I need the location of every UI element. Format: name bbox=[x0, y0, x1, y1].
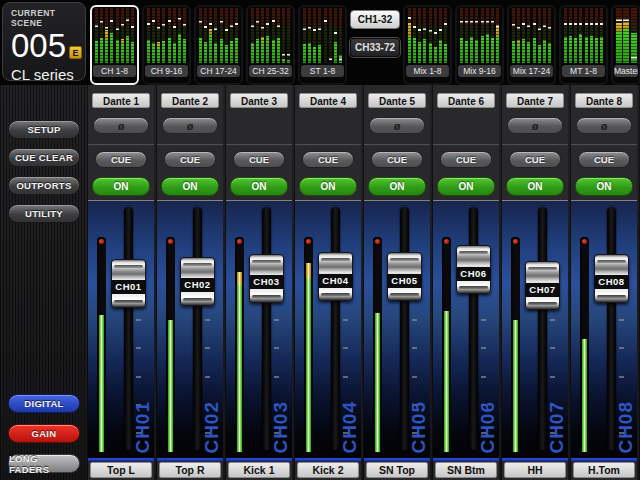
phase-button[interactable]: ø bbox=[162, 117, 218, 134]
meter-segments bbox=[616, 8, 622, 63]
phase-button[interactable]: ø bbox=[369, 117, 425, 134]
channel-name[interactable]: Kick 1 bbox=[228, 462, 290, 478]
fader-cap[interactable]: CH07 bbox=[525, 261, 560, 310]
fader-cap[interactable]: CH06 bbox=[456, 245, 491, 294]
port-label[interactable]: Dante 6 bbox=[437, 93, 495, 108]
fader-cap[interactable]: CH08 bbox=[594, 254, 629, 303]
phase-button[interactable]: ø bbox=[507, 117, 563, 134]
cue-button[interactable]: CUE bbox=[371, 151, 423, 168]
cue-button[interactable]: CUE bbox=[95, 151, 147, 168]
on-button[interactable]: ON bbox=[506, 177, 564, 196]
sidebar-button-outports[interactable]: OUTPORTS bbox=[8, 176, 80, 195]
layer-button-ch1-32[interactable]: CH1-32 bbox=[350, 10, 400, 29]
fader-scale-tick bbox=[412, 376, 417, 378]
meter-block-ch-25-32[interactable]: CH 25-32 bbox=[246, 5, 295, 85]
phase-button[interactable]: ø bbox=[576, 117, 632, 134]
sidebar-button-gain[interactable]: GAIN bbox=[8, 424, 80, 443]
channel-name[interactable]: H.Tom bbox=[573, 462, 635, 478]
meter-block-master[interactable]: Master bbox=[611, 5, 640, 85]
meter-segments bbox=[178, 8, 181, 63]
meter-block-ch-9-16[interactable]: CH 9-16 bbox=[142, 5, 191, 85]
on-button[interactable]: ON bbox=[299, 177, 357, 196]
console-model: CL series bbox=[11, 66, 85, 83]
cue-button[interactable]: CUE bbox=[164, 151, 216, 168]
port-label[interactable]: Dante 1 bbox=[92, 93, 150, 108]
meter-segments bbox=[303, 8, 306, 63]
level-meter bbox=[580, 237, 589, 454]
channel-name[interactable]: SN Top bbox=[366, 462, 428, 478]
sidebar-button-cue-clear[interactable]: CUE CLEAR bbox=[8, 148, 80, 167]
meter-segments bbox=[486, 8, 489, 63]
channel-color-bar bbox=[571, 458, 637, 461]
port-label[interactable]: Dante 8 bbox=[575, 93, 633, 108]
on-button[interactable]: ON bbox=[92, 177, 150, 196]
mini-meter bbox=[152, 8, 155, 63]
meter-blocks-output: Mix 1-8Mix 9-16Mix 17-24MT 1-8Master bbox=[403, 5, 640, 85]
meter-block-mix-9-16[interactable]: Mix 9-16 bbox=[455, 5, 504, 85]
scene-panel[interactable]: CURRENT SCENE 005 E CL series bbox=[2, 2, 86, 81]
port-label[interactable]: Dante 4 bbox=[299, 93, 357, 108]
level-meter bbox=[97, 237, 106, 454]
meter-block-mix-17-24[interactable]: Mix 17-24 bbox=[507, 5, 556, 85]
on-button[interactable]: ON bbox=[368, 177, 426, 196]
cue-button[interactable]: CUE bbox=[440, 151, 492, 168]
meter-block-mt-1-8[interactable]: MT 1-8 bbox=[559, 5, 608, 85]
meter-block-ch-17-24[interactable]: CH 17-24 bbox=[194, 5, 243, 85]
meter-segments bbox=[491, 8, 494, 63]
port-label[interactable]: Dante 3 bbox=[230, 93, 288, 108]
on-button[interactable]: ON bbox=[161, 177, 219, 196]
sidebar-button-digital[interactable]: DIGITAL bbox=[8, 394, 80, 413]
fader-cap[interactable]: CH03 bbox=[249, 254, 284, 303]
phase-button[interactable]: ø bbox=[93, 117, 149, 134]
strip-divider bbox=[157, 144, 223, 146]
channel-name[interactable]: Kick 2 bbox=[297, 462, 359, 478]
fader-cap[interactable]: CH01 bbox=[111, 259, 146, 308]
channel-name[interactable]: SN Btm bbox=[435, 462, 497, 478]
sidebar-button-setup[interactable]: SETUP bbox=[8, 120, 80, 139]
meter-segments bbox=[574, 8, 577, 63]
mini-meter bbox=[178, 8, 181, 63]
mini-meter bbox=[496, 8, 499, 63]
fader-cap[interactable]: CH04 bbox=[318, 252, 353, 301]
strip-divider bbox=[226, 144, 292, 146]
channel-strips: Dante 1øCUEONCH01CH01Top LDante 2øCUEONC… bbox=[88, 85, 640, 480]
top-bar: CURRENT SCENE 005 E CL series CH 1-8CH 9… bbox=[0, 0, 640, 85]
meter-block-label: CH 17-24 bbox=[197, 65, 240, 77]
on-button[interactable]: ON bbox=[575, 177, 633, 196]
channel-number-vertical: CH02 bbox=[201, 401, 223, 454]
mini-meter bbox=[329, 8, 332, 63]
mini-meter bbox=[460, 8, 463, 63]
cue-button[interactable]: CUE bbox=[578, 151, 630, 168]
layer-button-ch33-72[interactable]: CH33-72 bbox=[350, 38, 400, 57]
mini-meter bbox=[434, 8, 437, 63]
meter-segments bbox=[95, 8, 98, 63]
fader-area: CH03CH03 bbox=[226, 200, 292, 458]
channel-name[interactable]: Top R bbox=[159, 462, 221, 478]
level-meter bbox=[511, 237, 520, 454]
fader-cap[interactable]: CH05 bbox=[387, 252, 422, 301]
port-label[interactable]: Dante 7 bbox=[506, 93, 564, 108]
cue-button[interactable]: CUE bbox=[302, 151, 354, 168]
on-button[interactable]: ON bbox=[437, 177, 495, 196]
channel-name[interactable]: HH bbox=[504, 462, 566, 478]
cue-button[interactable]: CUE bbox=[509, 151, 561, 168]
fader-cap[interactable]: CH02 bbox=[180, 257, 215, 306]
meter-block-ch-1-8[interactable]: CH 1-8 bbox=[90, 5, 139, 85]
meter-block-label: MT 1-8 bbox=[562, 65, 605, 77]
mini-meter bbox=[121, 8, 124, 63]
meter-block-mix-1-8[interactable]: Mix 1-8 bbox=[403, 5, 452, 85]
mini-meter bbox=[277, 8, 280, 63]
cue-button[interactable]: CUE bbox=[233, 151, 285, 168]
port-label[interactable]: Dante 5 bbox=[368, 93, 426, 108]
sidebar-button-utility[interactable]: UTILITY bbox=[8, 204, 80, 223]
meter-segments bbox=[543, 8, 546, 63]
meter-block-label: ST 1-8 bbox=[301, 65, 344, 77]
fader-scale-tick bbox=[205, 376, 210, 378]
meter-level bbox=[306, 278, 311, 452]
on-button[interactable]: ON bbox=[230, 177, 288, 196]
meter-block-st-1-8[interactable]: ST 1-8 bbox=[298, 5, 347, 85]
channel-name[interactable]: Top L bbox=[90, 462, 152, 478]
sidebar-button-long-faders[interactable]: LONG FADERS bbox=[8, 454, 80, 473]
port-label[interactable]: Dante 2 bbox=[161, 93, 219, 108]
fader-cap-label: CH02 bbox=[180, 278, 215, 292]
